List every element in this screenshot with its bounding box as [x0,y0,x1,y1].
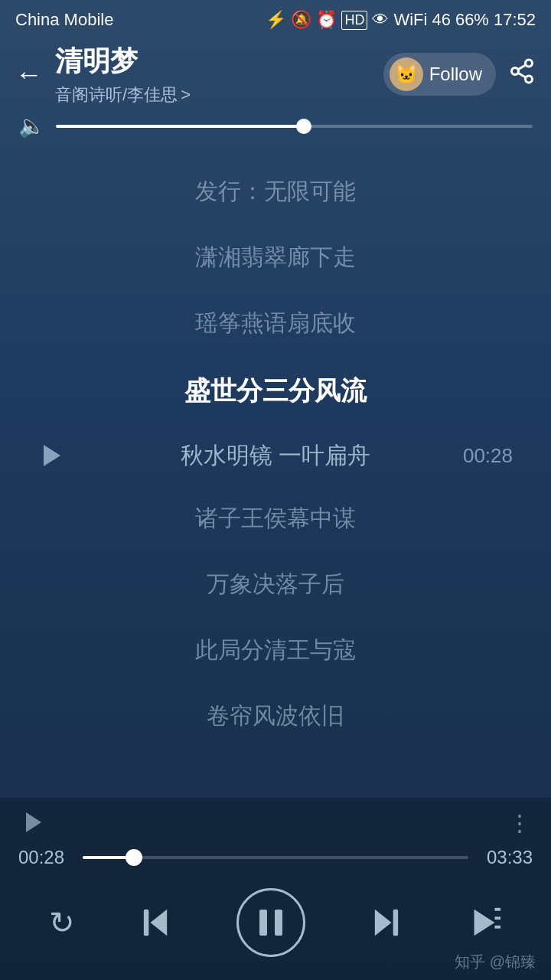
avatar: 🐱 [390,57,423,91]
playback-controls: ↻ [0,873,551,965]
progress-row: 00:28 03:33 [0,842,551,873]
svg-marker-7 [374,910,391,936]
mini-play-button[interactable] [18,807,49,838]
lyric-line: 瑶筝燕语扇底收 [23,290,528,356]
svg-line-3 [518,73,526,77]
status-bar: China Mobile ⚡ 🔕 ⏰ HD 👁 WiFi 46 66% 17:5… [0,0,551,40]
lyric-line: 卷帘风波依旧 [23,683,528,749]
lyric-play-icon [44,445,60,466]
repeat-button[interactable]: ↻ [49,905,75,940]
watermark: 知乎 @锦臻 [455,952,536,972]
battery-label: 66% [455,10,489,30]
lyric-line-playing: 秋水明镜 一叶扁舟00:28 [23,426,528,485]
svg-marker-9 [474,910,495,936]
progress-track[interactable] [83,856,468,859]
pause-bar-left [259,910,267,936]
volume-track[interactable] [56,125,533,128]
svg-rect-6 [144,910,149,936]
svg-point-0 [526,60,533,67]
svg-rect-8 [393,910,398,936]
volume-thumb[interactable] [296,119,311,134]
bluetooth-icon: ⚡ [266,10,286,30]
volume-icon: 🔈 [18,113,45,139]
title-area: 清明梦 音阁诗听/李佳思 > [55,43,383,106]
lyric-line: 此局分清王与寇 [23,617,528,683]
eye-icon: 👁 [372,10,389,30]
total-time-label: 03:33 [479,847,533,868]
header-right: 🐱 Follow [383,53,536,96]
lyric-line: 万象决落子后 [23,551,528,617]
wifi-icon: WiFi [393,10,427,30]
share-button[interactable] [508,57,536,91]
hd-icon: HD [341,11,367,30]
lyric-line: 潇湘翡翠廊下走 [23,224,528,290]
more-options-button[interactable]: ⋮ [508,809,533,836]
pause-button[interactable] [236,888,305,957]
progress-thumb[interactable] [126,849,142,866]
svg-marker-5 [151,910,168,936]
pause-bar-right [275,910,282,936]
mini-play-icon [26,812,41,832]
svg-point-1 [512,68,519,75]
lyric-timestamp: 00:28 [463,444,513,468]
volume-row: 🔈 [0,109,551,143]
playlist-button[interactable] [467,905,502,940]
lyric-text: 秋水明镜 一叶扁舟 [181,440,370,472]
follow-label: Follow [429,64,482,85]
song-title: 清明梦 [55,43,383,80]
pause-circle [236,888,305,957]
follow-button[interactable]: 🐱 Follow [383,53,496,96]
artist-label: 音阁诗听/李佳思 [55,83,178,106]
svg-point-2 [526,76,533,83]
lyric-line: 盛世分三分风流 [23,356,528,426]
mini-controls-row: ⋮ [0,798,551,842]
lyric-line: 诸子王侯幕中谋 [23,485,528,551]
next-button[interactable] [367,903,406,942]
lyrics-area: 发行：无限可能潇湘翡翠廊下走瑶筝燕语扇底收盛世分三分风流秋水明镜 一叶扁舟00:… [0,143,551,764]
svg-line-4 [518,65,526,70]
time-label: 17:52 [494,10,536,30]
artist-row[interactable]: 音阁诗听/李佳思 > [55,83,383,106]
pause-bars [259,910,282,936]
artist-arrow: > [181,85,191,105]
alarm-icon: ⏰ [316,10,337,30]
volume-fill [56,125,304,128]
header: ← 清明梦 音阁诗听/李佳思 > 🐱 Follow [0,40,551,109]
status-right: ⚡ 🔕 ⏰ HD 👁 WiFi 46 66% 17:52 [266,10,536,30]
mute-icon: 🔕 [291,10,311,30]
prev-button[interactable] [135,903,175,942]
signal-label: 46 [432,10,450,30]
back-button[interactable]: ← [15,58,43,90]
repeat-icon: ↻ [49,905,75,940]
carrier-label: China Mobile [15,10,113,30]
lyric-line: 发行：无限可能 [23,158,528,224]
lyric-play-button[interactable] [38,442,66,469]
current-time-label: 00:28 [18,847,72,868]
